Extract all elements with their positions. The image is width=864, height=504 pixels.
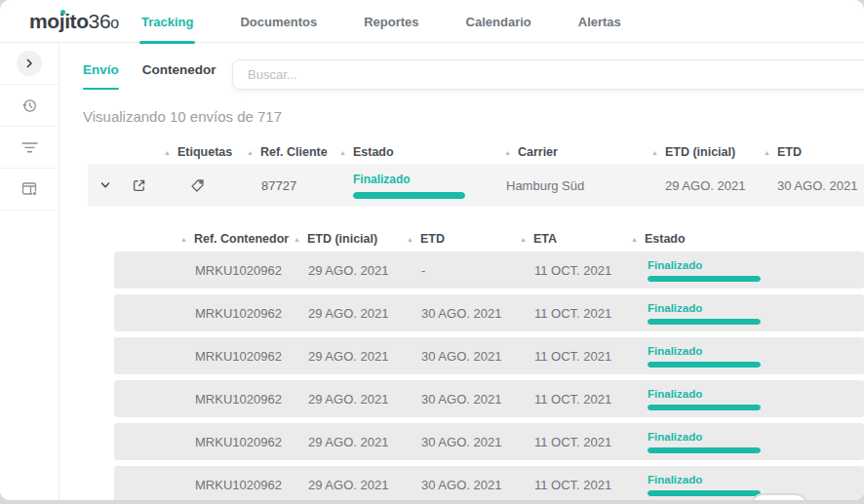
eta-value: 11 OCT. 2021 <box>518 392 629 407</box>
container-row[interactable]: MRKU1020962 29 AGO. 2021 30 AGO. 2021 11… <box>114 337 864 374</box>
shipment-row[interactable]: 87727 Finalizado Hamburg Süd 29 AGO. 202… <box>88 164 864 207</box>
estado-cell: Finalizado <box>629 345 864 368</box>
progress-bar <box>353 192 465 199</box>
estado-cell: Finalizado <box>629 431 864 453</box>
view-tab[interactable]: Contenedor <box>142 62 216 90</box>
status-badge: Finalizado <box>648 259 864 271</box>
top-nav: mojito36o TrackingDocumentosReportesCale… <box>0 0 864 43</box>
status-badge: Finalizado <box>648 388 864 400</box>
progress-fill <box>353 192 465 199</box>
sidebar-expand-button[interactable] <box>0 43 59 85</box>
eta-value: 11 OCT. 2021 <box>518 435 629 449</box>
search-input[interactable] <box>232 59 864 90</box>
status-badge: Finalizado <box>648 345 864 357</box>
table-settings-icon <box>21 181 38 197</box>
column-header-etd-inicial[interactable]: ▲ETD (inicial) <box>292 232 405 246</box>
nav-tab[interactable]: Reportes <box>364 0 418 43</box>
sidebar-item-filter[interactable] <box>0 127 59 169</box>
chevron-down-icon <box>98 178 112 192</box>
column-header-etd[interactable]: ▲ETD <box>756 145 864 159</box>
etd-inicial-value: 29 AGO. 2021 <box>292 306 405 321</box>
progress-bar <box>648 276 761 282</box>
eta-value: 11 OCT. 2021 <box>518 478 629 492</box>
column-header-etd[interactable]: ▲ETD <box>405 232 518 246</box>
sort-icon: ▲ <box>339 149 346 156</box>
container-row[interactable]: MRKU1020962 29 AGO. 2021 30 AGO. 2021 11… <box>114 466 864 500</box>
view-tabs: EnvíoContenedor <box>83 62 216 90</box>
sidebar-item-columns[interactable] <box>0 169 59 211</box>
history-icon <box>21 97 38 114</box>
progress-bar <box>648 319 761 325</box>
ref-contenedor-value: MRKU1020962 <box>178 349 292 364</box>
container-rows: MRKU1020962 29 AGO. 2021 - 11 OCT. 2021 … <box>114 252 864 500</box>
main-panel: EnvíoContenedor Visualizando 10 envíos d… <box>59 43 864 500</box>
app-window: mojito36o TrackingDocumentosReportesCale… <box>0 0 864 500</box>
nav-tab[interactable]: Calendario <box>466 0 531 43</box>
ref-contenedor-value: MRKU1020962 <box>178 263 292 278</box>
nav-tab[interactable]: Documentos <box>240 0 317 43</box>
load-more-button[interactable] <box>751 493 807 500</box>
column-header-etd-inicial[interactable]: ▲ETD (inicial) <box>644 145 756 159</box>
etd-inicial-value: 29 AGO. 2021 <box>292 392 405 407</box>
tags-cell[interactable] <box>156 178 239 193</box>
progress-bar <box>648 362 761 368</box>
expand-panel-icon <box>17 51 42 76</box>
etd-inicial-value: 29 AGO. 2021 <box>292 263 405 278</box>
eta-value: 11 OCT. 2021 <box>518 263 629 278</box>
brand-logo: mojito36o <box>29 10 119 33</box>
column-header-ref-contenedor[interactable]: ▲Ref. Contenedor <box>178 232 292 246</box>
etd-inicial-value: 29 AGO. 2021 <box>292 349 405 364</box>
containers-table-header: ▲Ref. Contenedor ▲ETD (inicial) ▲ETD ▲ET… <box>114 228 864 250</box>
sort-icon: ▲ <box>764 149 770 156</box>
etd-inicial-value: 29 AGO. 2021 <box>292 435 405 449</box>
nav-tab[interactable]: Tracking <box>141 0 193 43</box>
etd-value: 30 AGO. 2021 <box>756 178 864 193</box>
sort-icon: ▲ <box>294 236 300 243</box>
etd-value: - <box>405 263 518 278</box>
etd-value: 30 AGO. 2021 <box>405 478 518 492</box>
estado-cell: Finalizado <box>629 388 864 410</box>
view-tab[interactable]: Envío <box>83 62 119 90</box>
sort-icon: ▲ <box>520 236 527 243</box>
nav-tab[interactable]: Alertas <box>578 0 621 43</box>
progress-bar <box>648 490 761 496</box>
column-header-estado[interactable]: ▲Estado <box>629 232 864 246</box>
ref-contenedor-value: MRKU1020962 <box>178 392 292 407</box>
sort-icon: ▲ <box>164 149 171 156</box>
results-summary: Visualizando 10 envíos de 717 <box>83 108 282 125</box>
estado-cell: Finalizado <box>629 474 864 496</box>
container-row[interactable]: MRKU1020962 29 AGO. 2021 30 AGO. 2021 11… <box>114 380 864 417</box>
logo-j-teal-dot: j <box>59 10 64 32</box>
container-row[interactable]: MRKU1020962 29 AGO. 2021 30 AGO. 2021 11… <box>114 423 864 460</box>
collapse-row-button[interactable] <box>88 178 122 192</box>
container-row[interactable]: MRKU1020962 29 AGO. 2021 30 AGO. 2021 11… <box>114 294 864 331</box>
carrier-value: Hamburg Süd <box>497 178 644 193</box>
external-link-icon <box>132 178 146 193</box>
etd-value: 30 AGO. 2021 <box>405 392 518 407</box>
tag-icon <box>190 178 205 193</box>
container-row[interactable]: MRKU1020962 29 AGO. 2021 - 11 OCT. 2021 … <box>114 252 864 289</box>
column-header-ref-cliente[interactable]: ▲Ref. Cliente <box>239 145 339 159</box>
eta-value: 11 OCT. 2021 <box>518 349 629 364</box>
status-badge: Finalizado <box>353 173 497 186</box>
status-badge: Finalizado <box>648 302 864 314</box>
etd-value: 30 AGO. 2021 <box>405 349 518 364</box>
etd-value: 30 AGO. 2021 <box>405 306 518 321</box>
eta-value: 11 OCT. 2021 <box>518 306 629 321</box>
column-header-eta[interactable]: ▲ETA <box>518 232 629 246</box>
sort-icon: ▲ <box>504 149 511 156</box>
column-header-estado[interactable]: ▲Estado <box>339 145 497 159</box>
column-header-etiquetas[interactable]: ▲Etiquetas <box>156 145 239 159</box>
sort-icon: ▲ <box>631 236 638 243</box>
sidebar <box>0 43 59 500</box>
sidebar-item-history[interactable] <box>0 85 59 127</box>
sort-icon: ▲ <box>247 149 254 156</box>
estado-cell: Finalizado <box>629 259 864 282</box>
etd-inicial-value: 29 AGO. 2021 <box>644 178 756 193</box>
sort-icon: ▲ <box>407 236 413 243</box>
status-badge: Finalizado <box>648 431 864 443</box>
estado-cell: Finalizado <box>629 302 864 325</box>
open-shipment-button[interactable] <box>122 178 156 193</box>
column-header-carrier[interactable]: ▲Carrier <box>497 145 644 159</box>
etd-inicial-value: 29 AGO. 2021 <box>292 478 405 492</box>
